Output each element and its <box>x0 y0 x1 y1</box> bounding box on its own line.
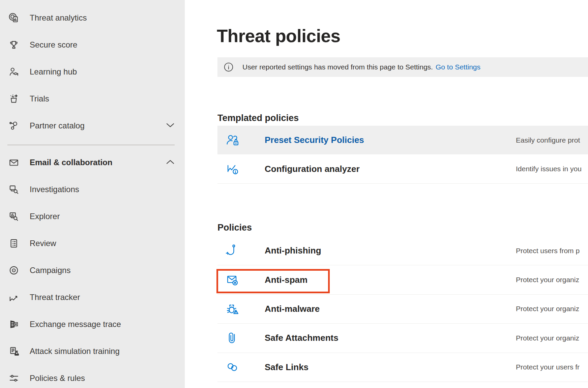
trials-icon <box>8 93 20 105</box>
nav-group-general: Threat analytics Secure score <box>0 0 185 388</box>
row-label: Anti-phishing <box>265 245 321 256</box>
attack-simulation-training-icon <box>8 346 20 357</box>
row-description: Identify issues in you <box>516 165 582 173</box>
safe-links-icon <box>225 359 240 375</box>
preset-security-policies-icon <box>225 132 240 148</box>
row-label: Anti-spam <box>265 275 307 285</box>
sidebar-item-label: Investigations <box>30 185 79 194</box>
info-banner: User reported settings has moved from th… <box>217 57 588 77</box>
sidebar-item-threat-analytics[interactable]: Threat analytics <box>0 4 185 31</box>
sidebar-item-investigations[interactable]: Investigations <box>0 176 185 203</box>
sidebar-item-label: Partner catalog <box>30 121 85 130</box>
safe-attachments-icon <box>225 330 240 346</box>
left-navigation: Threat analytics Secure score <box>0 0 185 388</box>
page-title: Threat policies <box>217 26 341 47</box>
row-description: Protect your organiz <box>516 334 579 342</box>
sidebar-item-partner-catalog[interactable]: Partner catalog <box>0 112 185 139</box>
info-icon <box>224 62 234 72</box>
row-anti-phishing[interactable]: Anti-phishing Protect users from p <box>217 236 588 265</box>
sidebar-item-threat-tracker[interactable]: Threat tracker <box>0 284 185 311</box>
row-label: Anti-malware <box>265 304 320 314</box>
sliders-icon <box>8 372 20 384</box>
sidebar-item-label: Trials <box>30 94 49 103</box>
templated-policies-heading: Templated policies <box>217 111 299 125</box>
sidebar-item-label: Explorer <box>30 212 60 221</box>
explorer-icon <box>8 211 20 222</box>
trophy-icon <box>8 39 20 51</box>
sidebar-item-label: Threat analytics <box>30 13 87 23</box>
sidebar-divider <box>7 145 175 145</box>
anti-phishing-icon <box>225 243 240 259</box>
sidebar-item-review[interactable]: Review <box>0 230 185 257</box>
anti-malware-icon <box>225 301 240 317</box>
row-anti-spam[interactable]: Anti-spam Protect your organiz <box>217 265 588 294</box>
chevron-up-icon[interactable] <box>166 159 175 166</box>
row-safe-attachments[interactable]: Safe Attachments Protect your organiz <box>217 324 588 353</box>
sidebar-item-exchange-message-trace[interactable]: Exchange message trace <box>0 311 185 338</box>
review-icon <box>8 238 20 249</box>
policies-list: Anti-phishing Protect users from p Anti-… <box>217 236 588 382</box>
row-preset-security-policies[interactable]: Preset Security Policies Easily configur… <box>217 126 588 154</box>
sidebar-item-explorer[interactable]: Explorer <box>0 203 185 230</box>
policies-heading: Policies <box>217 221 252 234</box>
exchange-logo-icon <box>8 319 20 330</box>
sidebar-item-learning-hub[interactable]: Learning hub <box>0 58 185 85</box>
threat-analytics-icon <box>8 12 20 24</box>
row-description: Protect your organiz <box>516 305 579 313</box>
row-label: Safe Links <box>265 362 308 372</box>
sidebar-item-label: Attack simulation training <box>30 347 120 356</box>
campaigns-icon <box>8 265 20 276</box>
sidebar-item-label: Campaigns <box>30 266 70 275</box>
sidebar-item-label: Threat tracker <box>30 293 80 302</box>
email-collaboration-icon <box>8 157 20 168</box>
banner-message: User reported settings has moved from th… <box>242 63 433 71</box>
anti-spam-icon <box>225 272 240 288</box>
row-label: Configuration analyzer <box>265 164 360 174</box>
sidebar-item-trials[interactable]: Trials <box>0 85 185 112</box>
threat-tracker-icon <box>8 292 20 303</box>
row-description: Easily configure prot <box>516 136 580 144</box>
row-label: Preset Security Policies <box>265 135 364 145</box>
sidebar-item-label: Review <box>30 239 56 248</box>
sidebar-item-label: Policies & rules <box>30 374 85 383</box>
row-anti-malware[interactable]: Anti-malware Protect your organiz <box>217 295 588 324</box>
sidebar-item-campaigns[interactable]: Campaigns <box>0 257 185 284</box>
sidebar-item-email-collaboration[interactable]: Email & collaboration <box>0 149 185 176</box>
investigations-icon <box>8 184 20 195</box>
row-description: Protect your organiz <box>516 276 579 284</box>
row-configuration-analyzer[interactable]: Configuration analyzer Identify issues i… <box>217 154 588 184</box>
main-content: Threat policies User reported settings h… <box>185 0 588 388</box>
chevron-down-icon[interactable] <box>166 122 175 129</box>
row-label: Safe Attachments <box>265 333 339 343</box>
sidebar-item-policies-rules[interactable]: Policies & rules <box>0 365 185 388</box>
sidebar-item-label: Exchange message trace <box>30 320 121 329</box>
sidebar-item-label: Learning hub <box>30 67 77 77</box>
row-description: Protect your users fr <box>516 363 580 371</box>
sidebar-item-label: Secure score <box>30 40 77 50</box>
partner-catalog-icon <box>8 120 20 131</box>
sidebar-item-label: Email & collaboration <box>30 158 112 167</box>
row-safe-links[interactable]: Safe Links Protect your users fr <box>217 353 588 382</box>
sidebar-item-secure-score[interactable]: Secure score <box>0 31 185 58</box>
sidebar-item-attack-simulation-training[interactable]: Attack simulation training <box>0 338 185 365</box>
configuration-analyzer-icon <box>225 161 240 177</box>
learning-hub-icon <box>8 66 20 78</box>
row-description: Protect users from p <box>516 247 580 255</box>
go-to-settings-link[interactable]: Go to Settings <box>436 63 480 71</box>
